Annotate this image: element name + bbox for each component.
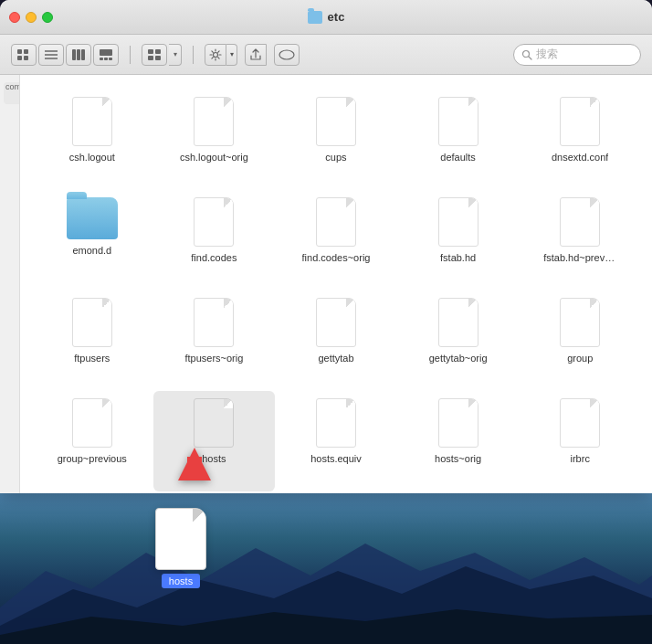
traffic-lights (9, 12, 53, 23)
file-label: ftpusers~orig (184, 353, 243, 364)
gear-dropdown-btn[interactable]: ▾ (226, 44, 237, 66)
view-columns-btn[interactable] (66, 44, 91, 66)
finder-window: etc (0, 0, 652, 493)
svg-rect-17 (155, 56, 161, 60)
title-bar: etc (0, 0, 652, 35)
file-item-csh-logout-orig[interactable]: csh.logout~orig (153, 90, 276, 190)
close-button[interactable] (9, 12, 20, 23)
file-label: emond.d (72, 245, 111, 257)
file-item-fstab-hd-previous[interactable]: fstab.hd~previous (519, 190, 641, 290)
doc-icon (560, 97, 600, 146)
svg-rect-16 (148, 56, 153, 60)
desktop-dragged-file[interactable]: hosts (155, 508, 206, 588)
drag-arrow (178, 448, 211, 480)
file-item-hosts[interactable]: hosts (153, 391, 276, 491)
file-label: group~previous (58, 453, 127, 465)
file-item-gettytab[interactable]: gettytab (275, 290, 397, 391)
doc-icon (560, 398, 600, 448)
doc-icon (194, 298, 234, 347)
file-item-group-previous[interactable]: group~previous (31, 391, 153, 491)
file-label: hosts~orig (435, 453, 481, 465)
svg-line-21 (529, 57, 531, 59)
file-item-hosts-equiv[interactable]: hosts.equiv (275, 391, 397, 491)
doc-icon (72, 398, 112, 448)
svg-rect-11 (100, 58, 103, 60)
view-btn-group-2: ▾ (142, 44, 182, 66)
gear-action-group: ▾ (205, 44, 237, 66)
content-area: com. csh.logout csh.logout~orig cups def… (0, 75, 652, 493)
doc-icon (560, 298, 600, 347)
separator-1 (130, 46, 131, 64)
sidebar-item[interactable]: com. (4, 82, 20, 104)
svg-point-18 (214, 52, 218, 57)
file-item-emond-d[interactable]: emond.d (31, 190, 153, 290)
svg-rect-9 (81, 49, 85, 60)
view-gallery-btn[interactable] (93, 44, 119, 66)
file-label: defaults (440, 152, 476, 164)
file-label: csh.logout~orig (180, 152, 248, 164)
file-item-hosts-orig[interactable]: hosts~orig (397, 391, 520, 491)
file-label: dnsextd.conf (552, 152, 608, 164)
svg-rect-13 (109, 58, 112, 60)
file-label: gettytab~orig (429, 353, 488, 364)
share-action-group (245, 44, 267, 66)
doc-icon (316, 398, 356, 448)
file-item-cups[interactable]: cups (275, 90, 397, 190)
doc-icon (316, 298, 356, 347)
file-item-irbrc[interactable]: irbrc (519, 391, 641, 491)
file-label: csh.logout (69, 152, 115, 164)
share-btn[interactable] (245, 44, 267, 66)
file-label: find.codes~orig (302, 252, 371, 264)
tag-btn[interactable] (274, 44, 300, 66)
separator-2 (193, 46, 194, 64)
file-label: find.codes (191, 252, 237, 264)
doc-icon (194, 97, 234, 146)
view-btn-group-1 (11, 44, 119, 66)
svg-rect-10 (100, 49, 112, 56)
file-item-gettytab-orig[interactable]: gettytab~orig (397, 290, 520, 391)
file-label: group (567, 353, 593, 364)
minimize-button[interactable] (26, 12, 37, 23)
file-item-find-codes-orig[interactable]: find.codes~orig (275, 190, 397, 290)
svg-point-19 (279, 50, 294, 59)
doc-icon (438, 97, 478, 146)
doc-icon (194, 398, 234, 448)
doc-icon (72, 97, 112, 146)
view-more-dropdown-btn[interactable]: ▾ (169, 44, 182, 66)
file-item-dnsextd-conf[interactable]: dnsextd.conf (519, 90, 641, 190)
file-item-csh-logout[interactable]: csh.logout (31, 90, 153, 190)
view-list-btn[interactable] (38, 44, 64, 66)
file-item-defaults[interactable]: defaults (397, 90, 520, 190)
folder-icon (67, 197, 118, 239)
gear-btn[interactable] (205, 44, 226, 66)
doc-icon (194, 197, 234, 247)
file-item-group[interactable]: group (519, 290, 641, 391)
view-icon-btn[interactable] (11, 44, 37, 66)
title-folder-icon (308, 11, 322, 24)
file-label: cups (325, 152, 346, 164)
file-label: ftpusers (74, 353, 110, 364)
doc-icon (316, 197, 356, 247)
file-label: hosts.equiv (310, 453, 362, 465)
file-item-ftpusers[interactable]: ftpusers (31, 290, 153, 391)
doc-icon (438, 197, 478, 247)
doc-icon (438, 298, 478, 347)
doc-icon (72, 298, 112, 347)
zoom-button[interactable] (42, 12, 53, 23)
file-label: fstab.hd~previous (543, 252, 616, 264)
sidebar: com. (0, 75, 20, 493)
svg-rect-15 (155, 49, 161, 54)
window-title: etc (328, 10, 345, 24)
desktop (0, 493, 652, 644)
view-more-btn[interactable] (142, 44, 167, 66)
search-box[interactable]: 搜索 (513, 44, 641, 66)
svg-rect-3 (24, 56, 28, 60)
file-label: fstab.hd (440, 252, 476, 264)
file-label: gettytab (318, 353, 353, 364)
file-item-ftpusers-orig[interactable]: ftpusers~orig (153, 290, 276, 391)
svg-rect-8 (77, 49, 80, 60)
file-item-find-codes[interactable]: find.codes (153, 190, 276, 290)
search-placeholder: 搜索 (536, 47, 558, 62)
desktop-file-icon (155, 508, 206, 570)
file-item-fstab-hd[interactable]: fstab.hd (397, 190, 520, 290)
